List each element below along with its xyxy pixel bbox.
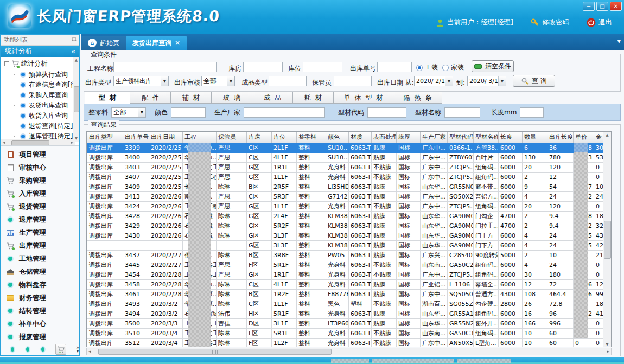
column-header-数量[interactable]: 数量 [523, 132, 547, 143]
column-header-库位[interactable]: 库位 [272, 132, 297, 143]
chevron-down-icon[interactable]: ▼ [617, 39, 621, 44]
column-header-整零料[interactable]: 整零料 [297, 132, 326, 143]
column-header-出库日期[interactable]: 出库日期 [149, 132, 183, 143]
table-row[interactable]: 调拨出库34452020/2/27工共工程严思F区5R1F整料光身料6063-T… [87, 260, 604, 270]
table-row[interactable]: 调拨出库35102020/3/4工共工程陈琳F区5R1F整料光身料6063-T5… [87, 328, 604, 338]
table-row[interactable]: 调拨出库34242020/2/26工工程严思G区1L1F整料光身料6063-T5… [87, 201, 604, 211]
column-header-保管员[interactable]: 保管员 [217, 132, 247, 143]
date-from-picker[interactable]: 2020/ 2/16 ▼ [414, 76, 453, 86]
minimize-button[interactable]: − [583, 2, 595, 11]
scroll-thumb[interactable] [98, 349, 332, 355]
tree-horizontal-scrollbar[interactable]: ◄ ► [1, 139, 75, 145]
scroll-left-icon[interactable]: ◄ [1, 139, 6, 146]
tree-item-收货入库查询[interactable]: 收货入库查询 [1, 111, 79, 121]
menu-overflow-button[interactable]: »▾ [76, 346, 79, 353]
material-tab-型材[interactable]: 型材 [85, 92, 130, 104]
sidebar-item-物料盘存[interactable]: 物料盘存 [1, 278, 79, 291]
project-name-input[interactable] [113, 62, 217, 72]
product-type-input[interactable] [269, 76, 307, 86]
profile-code-input[interactable] [367, 107, 406, 118]
sidebar-item-生产管理[interactable]: 生产管理 [1, 226, 79, 239]
table-row[interactable]: G区3L3F整料KLM38176063-T5贴膜国标山东华...GA90M09.… [87, 240, 604, 250]
audit-select[interactable]: 全部 ▼ [201, 76, 235, 86]
table-row[interactable]: 调拨出库34302020/2/26石城陈琳G区3L3F整料KLM38176063… [87, 231, 604, 240]
dot-icon[interactable] [40, 346, 46, 353]
sidebar-item-审核中心[interactable]: 审核中心 [1, 161, 79, 174]
tab-shipment-query[interactable]: 发货出库查询 × [126, 36, 187, 50]
tree-item-退货查询[待定][interactable]: 退货查询[待定] [1, 121, 79, 131]
tree-item-发货出库查询[interactable]: 发货出库查询 [1, 100, 79, 111]
material-tab-玻璃[interactable]: 玻璃 [212, 92, 252, 104]
scroll-up-icon[interactable]: ▲ [74, 57, 79, 63]
column-header-材质[interactable]: 材质 [349, 132, 372, 143]
sidebar-item-补单中心[interactable]: 补单中心 [1, 317, 79, 330]
table-row[interactable]: 调拨出库34372020/2/27佛...陈琳B区3R8F整料PW056063-… [87, 250, 604, 260]
keeper-input[interactable] [334, 76, 372, 86]
profile-name-input[interactable] [444, 107, 480, 118]
table-row[interactable]: 调拨出库35002020/3/3工共工程曹佳D区3L1F整料LT3P606063… [87, 318, 604, 328]
maker-input[interactable] [244, 107, 325, 118]
table-row[interactable]: 调拨出库34282020/2/26石城陈琳G区2L4F整料KLM38176063… [87, 211, 604, 221]
sidebar-item-入库管理[interactable]: 入库管理 [1, 187, 79, 200]
table-row[interactable]: 调拨出库35122020/3/4工共工程陈琳F区1L2F整料光身料6063-T5… [87, 338, 604, 347]
sidebar-item-项目管理[interactable]: 项目管理 [1, 148, 79, 161]
table-row[interactable]: 调拨出库34932020/3/2华原...陈琳C区1L1F整料黑色塑料不贴膜国标… [87, 299, 604, 309]
dot-icon[interactable] [25, 346, 30, 353]
search-button[interactable]: 查 询 [513, 75, 555, 87]
scroll-right-icon[interactable]: ► [606, 348, 611, 355]
logout-button[interactable]: 退出 [587, 18, 612, 27]
pin-icon[interactable] [72, 37, 77, 43]
column-header-出库类型[interactable]: 出库类型 [87, 132, 123, 143]
material-tab-辅材[interactable]: 辅材 [171, 92, 212, 104]
tab-home[interactable]: ⌂ 起始页 [81, 36, 126, 50]
tree-expander-icon[interactable]: - [4, 61, 9, 66]
column-header-颜色[interactable]: 颜色 [326, 132, 349, 143]
order-no-input[interactable] [377, 62, 412, 72]
column-header-库房[interactable]: 库房 [247, 132, 272, 143]
scroll-thumb[interactable] [11, 140, 49, 145]
close-button[interactable]: ✕ [610, 2, 622, 11]
column-header-出库长度[interactable]: 出库长度 [547, 132, 574, 143]
scroll-right-icon[interactable]: ► [70, 139, 75, 146]
scroll-left-icon[interactable]: ◄ [87, 348, 92, 355]
change-password-button[interactable]: 修改密码 [531, 18, 569, 27]
tree-item-采购入库查询[interactable]: 采购入库查询 [1, 90, 79, 100]
column-header-表面处理[interactable]: 表面处理 [372, 132, 397, 143]
clear-conditions-button[interactable]: 清空条件 [472, 60, 514, 72]
table-row[interactable]: 调拨出库34292020/2/26石城陈琳G区5R2F整料KLM38176063… [87, 221, 604, 231]
column-header-型材代码[interactable]: 型材代码 [448, 132, 474, 143]
table-row[interactable]: 调拨出库34132020/2/26南...严思C区5R3F整料G71422606… [87, 191, 604, 201]
sidebar-item-退货管理[interactable]: 退货管理 [1, 200, 79, 213]
warehouse-input[interactable] [243, 62, 283, 72]
sidebar-item-结转管理[interactable]: 结转管理 [1, 304, 79, 317]
scroll-down-icon[interactable]: ▼ [604, 341, 609, 347]
collapse-icon[interactable]: « [71, 47, 75, 55]
dot-icon[interactable] [10, 346, 15, 353]
sidebar-item-出库管理[interactable]: 出库管理 [1, 239, 79, 252]
color-input[interactable] [171, 107, 206, 118]
scroll-thumb[interactable] [604, 221, 611, 259]
column-header-膜厚[interactable]: 膜厚 [397, 132, 421, 143]
material-tab-隔热条[interactable]: 隔热条 [393, 92, 442, 104]
table-row[interactable]: 调拨出库34542020/2/28工共工程严思G区1R1F整料光身料6063-T… [87, 270, 604, 279]
tree-root-statistics[interactable]: - 统计分析 [1, 57, 79, 69]
scroll-thumb[interactable] [74, 86, 79, 112]
material-tab-耗材[interactable]: 耗材 [293, 92, 334, 104]
cart-shortcut-button[interactable] [55, 344, 66, 355]
material-tab-成品[interactable]: 成品 [252, 92, 293, 104]
sidebar-item-采购管理[interactable]: 采购管理 [1, 174, 79, 187]
material-tab-单体型材[interactable]: 单体型材 [334, 92, 393, 104]
table-row[interactable]: 调拨出库34582020/2/28华原...陈琳C区4L1F整料光身料6063-… [87, 279, 604, 289]
table-row[interactable]: 调拨出库34002020/2/25华原...严思C区4L1F整料SU10...6… [87, 152, 604, 162]
column-header-金[interactable]: 金 [594, 132, 604, 143]
radio-gongzhuang[interactable]: 工装 [416, 63, 438, 72]
table-row[interactable]: 调拨出库34942020/3/2石辉城汤伟H区5R1F整料光身料6063-T5贴… [87, 309, 604, 318]
column-header-生产厂家[interactable]: 生产厂家 [421, 132, 448, 143]
out-type-select[interactable]: 生产领料出库 ▼ [113, 76, 169, 86]
sidebar-item-工地管理[interactable]: 工地管理 [1, 252, 79, 265]
radio-jiazhuang[interactable]: 家装 [442, 63, 464, 72]
column-header-工程[interactable]: 工程 [183, 132, 217, 143]
date-to-picker[interactable]: 2020/ 3/16 ▼ [467, 76, 506, 86]
tree-vertical-scrollbar[interactable]: ▲ ▼ [73, 57, 79, 142]
sidebar-item-报废管理[interactable]: 报废管理 [1, 330, 79, 343]
